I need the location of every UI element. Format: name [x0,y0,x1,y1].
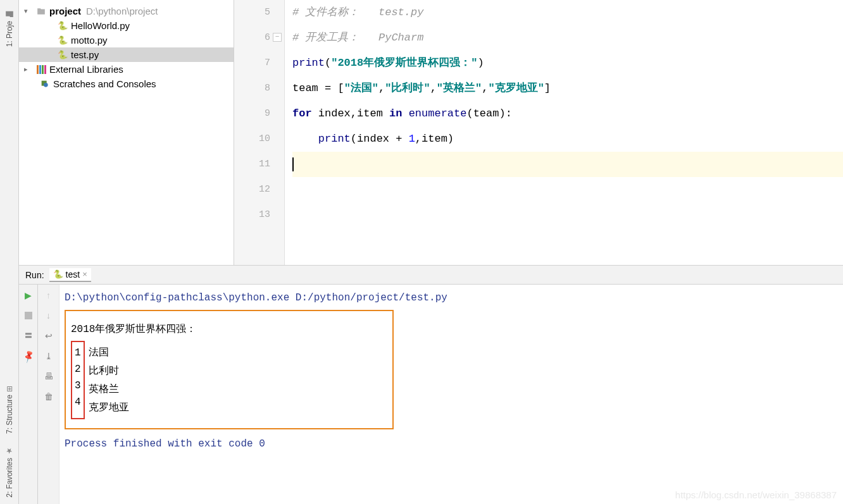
tree-file-selected[interactable]: 🐍 test.py [19,47,234,62]
stop-button[interactable] [23,310,34,321]
close-icon[interactable]: × [82,269,87,279]
line-number: 8 [234,76,270,101]
arrow-up-icon[interactable]: ↑ [43,290,54,301]
scroll-to-end-button[interactable]: ⤓ [43,350,54,362]
line-number: 11 [234,152,270,177]
run-tab[interactable]: 🐍 test × [49,268,91,282]
code-editor[interactable]: 5 6 − 7 8 9 10 11 12 13 # 文件名称： test.py … [234,0,843,265]
line-number: 6 − [234,25,270,51]
arrow-down-icon[interactable]: ↓ [43,310,54,321]
favorites-tool-tab[interactable]: 2: Favorites ★ [5,446,14,498]
python-file-icon: 🐍 [57,50,68,59]
tree-file[interactable]: 🐍 motto.py [19,33,234,47]
layout-button[interactable]: 〓 [23,330,34,341]
run-toolbar-primary: ▶ 〓 📌 [19,285,38,504]
python-file-icon: 🐍 [57,35,68,45]
output-header: 2018年俄罗斯世界杯四强： [71,323,384,336]
line-number: 13 [234,202,270,228]
line-gutter: 5 6 − 7 8 9 10 11 12 13 [234,0,285,265]
left-tool-strip: 1: Proje 7: Structure ⊞ 2: Favorites ★ [0,0,19,504]
print-button[interactable]: 🖶 [43,371,54,382]
tree-scratches[interactable]: Scratches and Consoles [19,77,234,91]
code-area[interactable]: # 文件名称： test.py # 开发工具： PyCharm print("2… [285,0,843,265]
text-caret [292,157,294,171]
tree-root-label: project [49,6,81,16]
line-number: 12 [234,177,270,202]
python-file-icon: 🐍 [57,21,68,30]
project-tool-tab[interactable]: 1: Proje [5,9,14,47]
console-output[interactable]: D:\python\config-pathclass\python.exe D:… [59,285,843,504]
chevron-down-icon[interactable]: ▾ [24,7,33,15]
soft-wrap-button[interactable]: ↩ [43,330,54,341]
python-file-icon: 🐍 [53,269,63,279]
run-label: Run: [25,270,44,280]
exit-code-line: Process finished with exit code 0 [65,438,838,450]
output-highlight-box: 2018年俄罗斯世界杯四强： 1 2 3 4 法国 比利时 英格兰 克罗地亚 [65,310,394,429]
editor-split: ▾ project D:\python\project 🐍 HelloWorld… [19,0,843,266]
line-number: 9 [234,101,270,126]
scratches-icon [39,79,51,89]
tree-root-path: D:\python\project [86,6,158,16]
rank-highlight-box: 1 2 3 4 [71,341,85,419]
tree-external-libs[interactable]: ▸ External Libraries [19,62,234,77]
fold-icon[interactable]: − [273,33,282,42]
run-toolbar-secondary: ↑ ↓ ↩ ⤓ 🖶 🗑 [38,285,59,504]
structure-tool-tab[interactable]: 7: Structure ⊞ [5,386,14,434]
svg-point-0 [44,83,48,87]
run-header: Run: 🐍 test × [19,266,843,285]
tree-file[interactable]: 🐍 HelloWorld.py [19,18,234,33]
watermark: https://blog.csdn.net/weixin_39868387 [675,489,837,500]
chevron-right-icon[interactable]: ▸ [24,65,33,73]
clear-all-button[interactable]: 🗑 [43,391,54,402]
pin-button[interactable]: 📌 [20,348,36,364]
line-number: 5 [234,0,270,25]
library-icon [35,65,47,74]
run-command: D:\python\config-pathclass\python.exe D:… [65,292,838,304]
main-area: ▾ project D:\python\project 🐍 HelloWorld… [19,0,843,504]
project-tree[interactable]: ▾ project D:\python\project 🐍 HelloWorld… [19,0,234,265]
run-panel: Run: 🐍 test × ▶ 〓 📌 ↑ ↓ ↩ ⤓ 🖶 🗑 [19,266,843,504]
folder-icon [35,7,47,16]
tree-root[interactable]: ▾ project D:\python\project [19,4,234,18]
line-number: 10 [234,126,270,152]
line-number: 7 [234,51,270,76]
rerun-button[interactable]: ▶ [23,290,34,301]
